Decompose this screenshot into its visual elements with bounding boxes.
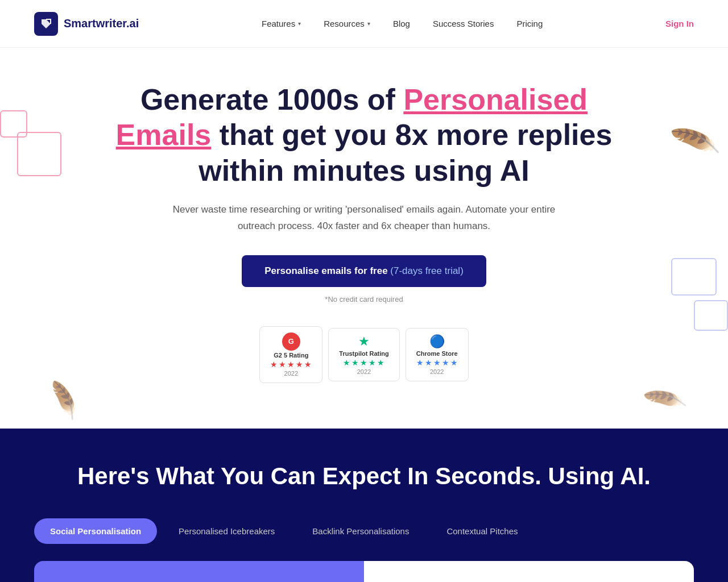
feather-bottom-right-icon: 🪶 bbox=[642, 377, 689, 423]
nav-blog[interactable]: Blog bbox=[393, 19, 410, 28]
feature-preview: Personalise With Social Activity Generat… bbox=[34, 561, 694, 582]
deco-square-tr-1 bbox=[671, 258, 717, 296]
g2-stars: ★★★★★ bbox=[270, 360, 312, 369]
trustpilot-rating-badge: ★ Trustpilot Rating ★★★★★ 2022 bbox=[328, 328, 399, 381]
chrome-year: 2022 bbox=[430, 368, 444, 375]
deco-squares-top-right bbox=[660, 258, 728, 331]
hero-section: 🪶 🪶 🪶 Generate 1000s of Personalised Ema… bbox=[0, 48, 728, 429]
hero-cta-button[interactable]: Personalise emails for free (7-days free… bbox=[242, 255, 486, 287]
preview-right-panel: Generated AI First Line bbox=[364, 561, 694, 582]
logo-icon bbox=[34, 12, 58, 36]
trustpilot-stars: ★★★★★ bbox=[343, 358, 384, 367]
chevron-down-icon: ▾ bbox=[367, 20, 370, 27]
dark-section-title: Here's What You Can Expect In Seconds. U… bbox=[34, 463, 694, 490]
logo-link[interactable]: Smartwriter.ai bbox=[34, 12, 139, 36]
chevron-down-icon: ▾ bbox=[298, 20, 301, 27]
chrome-stars: ★★★★★ bbox=[416, 358, 458, 367]
feather-bottom-left-icon: 🪶 bbox=[41, 379, 85, 422]
preview-left-panel: Personalise With Social Activity bbox=[34, 561, 364, 582]
g2-year: 2022 bbox=[284, 370, 298, 377]
tab-backlink-personalisations[interactable]: Backlink Personalisations bbox=[296, 518, 425, 544]
chrome-rating-badge: 🔵 Chrome Store ★★★★★ 2022 bbox=[406, 328, 469, 381]
g2-icon: G bbox=[282, 332, 300, 351]
nav-pricing[interactable]: Pricing bbox=[516, 19, 543, 28]
tab-personalised-icebreakers[interactable]: Personalised Icebreakers bbox=[163, 518, 291, 544]
g2-label: G2 5 Rating bbox=[274, 352, 308, 359]
nav-success-stories[interactable]: Success Stories bbox=[433, 19, 494, 28]
nav-list: Features ▾ Resources ▾ Blog Success Stor… bbox=[262, 19, 543, 28]
nav-resources[interactable]: Resources ▾ bbox=[324, 19, 370, 28]
no-credit-card-text: *No credit card required bbox=[325, 295, 403, 304]
g2-rating-badge: G G2 5 Rating ★★★★★ 2022 bbox=[259, 326, 322, 383]
ratings-row: G G2 5 Rating ★★★★★ 2022 ★ Trustpilot Ra… bbox=[259, 326, 468, 383]
hero-title: Generate 1000s of Personalised Emails th… bbox=[108, 82, 620, 188]
deco-square-tr-2 bbox=[694, 300, 728, 331]
feather-top-right-icon: 🪶 bbox=[668, 115, 722, 168]
sign-in-button[interactable]: Sign In bbox=[665, 19, 694, 28]
nav-features[interactable]: Features ▾ bbox=[262, 19, 301, 28]
trustpilot-year: 2022 bbox=[357, 368, 371, 375]
feature-tabs: Social Personalisation Personalised Iceb… bbox=[34, 518, 694, 544]
tab-social-personalisation[interactable]: Social Personalisation bbox=[34, 518, 157, 544]
trustpilot-icon: ★ bbox=[358, 334, 370, 349]
dark-section: Here's What You Can Expect In Seconds. U… bbox=[0, 429, 728, 582]
trustpilot-label: Trustpilot Rating bbox=[339, 350, 388, 357]
navbar: Smartwriter.ai Features ▾ Resources ▾ Bl… bbox=[0, 0, 728, 48]
deco-square-large bbox=[17, 132, 61, 176]
logo-text: Smartwriter.ai bbox=[64, 17, 139, 30]
hero-subtitle: Never waste time researching or writing … bbox=[171, 202, 557, 235]
chrome-icon: 🔵 bbox=[429, 334, 445, 349]
chrome-label: Chrome Store bbox=[416, 350, 458, 357]
deco-squares-top-left bbox=[0, 110, 61, 176]
tab-contextual-pitches[interactable]: Contextual Pitches bbox=[431, 518, 533, 544]
